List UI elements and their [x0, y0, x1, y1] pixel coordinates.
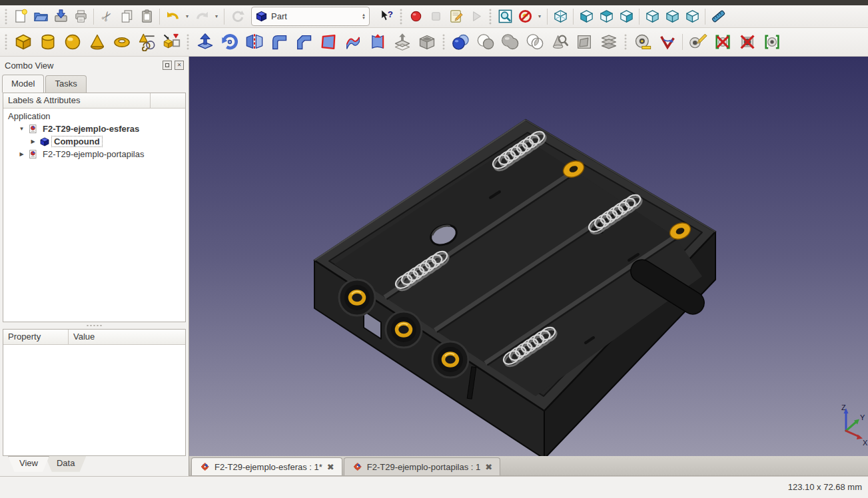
draw-style-button[interactable]	[515, 7, 535, 26]
toolbar-drag-handle[interactable]	[186, 33, 190, 51]
measure-refresh-icon	[689, 33, 707, 51]
tree-item-compound[interactable]: ▶Compound	[3, 135, 185, 148]
view-left-button[interactable]	[682, 7, 702, 26]
macro-play-button[interactable]	[466, 7, 486, 26]
measure-refresh-button[interactable]	[685, 29, 710, 55]
close-panel-icon[interactable]: ✕	[175, 61, 184, 70]
torus-button[interactable]	[109, 29, 134, 55]
close-tab-icon[interactable]: ✖	[327, 462, 334, 472]
macro-edit-button[interactable]	[446, 7, 466, 26]
compound-cube-icon	[39, 136, 50, 147]
boolean-button[interactable]	[448, 29, 473, 55]
refresh-button[interactable]	[227, 7, 247, 26]
ruled-surface-button[interactable]	[340, 29, 365, 55]
macro-stop-button[interactable]	[426, 7, 446, 26]
expander-collapsed-icon[interactable]: ▶	[17, 151, 26, 157]
defeaturing-button[interactable]	[572, 29, 596, 55]
tab-model[interactable]: Model	[2, 75, 44, 93]
toolbar-drag-handle[interactable]	[442, 33, 446, 51]
union-button[interactable]	[498, 29, 522, 55]
cut-boolean-button[interactable]	[473, 29, 498, 55]
cut-button[interactable]: ✂	[97, 7, 117, 26]
union-icon	[501, 33, 520, 51]
new-button[interactable]	[11, 7, 31, 26]
view-right-button[interactable]	[616, 7, 636, 26]
toolbar-drag-handle[interactable]	[624, 33, 628, 51]
panel-splitter[interactable]	[0, 322, 189, 329]
sphere-button[interactable]	[60, 29, 85, 55]
property-table-body[interactable]	[3, 345, 185, 455]
make-face-button[interactable]	[316, 29, 340, 55]
measure-toggle-3d-button[interactable]	[759, 29, 784, 55]
measure-clear-all-button[interactable]	[710, 29, 735, 55]
float-panel-icon[interactable]	[163, 61, 172, 70]
shape-builder-button[interactable]	[159, 29, 183, 55]
intersection-button[interactable]	[522, 29, 547, 55]
expander-expanded-icon[interactable]: ▼	[17, 126, 26, 132]
combo-spinner-icon[interactable]: ▲▼	[362, 13, 366, 20]
view-top-button[interactable]	[596, 7, 616, 26]
primitives-button[interactable]	[134, 29, 159, 55]
zoom-fit-icon	[498, 9, 513, 24]
redo-history-dropdown[interactable]: ▾	[212, 7, 221, 26]
combo-view-titlebar[interactable]: Combo View ✕	[0, 57, 189, 74]
cross-sections-button[interactable]	[596, 29, 621, 55]
copy-button[interactable]	[117, 7, 137, 26]
check-geometry-button[interactable]	[547, 29, 572, 55]
measure-toggle-all-button[interactable]	[735, 29, 759, 55]
tab-view[interactable]: View	[8, 456, 49, 473]
revolve-button[interactable]	[217, 29, 242, 55]
draw-style-menu-dropdown[interactable]: ▾	[535, 7, 544, 26]
toolbar-drag-handle[interactable]	[488, 8, 492, 25]
fillet-button[interactable]	[266, 29, 291, 55]
paste-button[interactable]	[137, 7, 157, 26]
tree-item-f2-t29-ejemplo-esferas[interactable]: ▼F2-T29-ejemplo-esferas	[3, 123, 185, 135]
chamfer-button[interactable]	[291, 29, 316, 55]
document-tab-label: F2-T29-ejemplo-esferas : 1*	[215, 462, 322, 472]
3d-view[interactable]: Z Y X	[189, 57, 868, 456]
property-table-header[interactable]: Property Value	[3, 330, 185, 345]
tab-data[interactable]: Data	[45, 456, 86, 473]
document-tab-0[interactable]: F2-T29-ejemplo-esferas : 1*✖	[191, 457, 342, 475]
tree-header[interactable]: Labels & Attributes	[3, 93, 185, 109]
toolbar-drag-handle[interactable]	[4, 33, 8, 51]
close-tab-icon[interactable]: ✖	[485, 462, 492, 472]
box-button[interactable]	[11, 29, 35, 55]
document-tab-1[interactable]: F2-T29-ejemplo-portapilas : 1✖	[344, 457, 500, 475]
tree-item-application[interactable]: Application	[3, 110, 185, 123]
undo-history-dropdown[interactable]: ▾	[183, 7, 192, 26]
loft-button[interactable]	[365, 29, 390, 55]
measure-angular-button[interactable]	[655, 29, 679, 55]
thickness-button[interactable]	[414, 29, 439, 55]
undo-button[interactable]	[163, 7, 183, 26]
workbench-selector[interactable]: Part▲▼	[251, 7, 370, 26]
measure-distance-button[interactable]	[708, 7, 728, 26]
open-button[interactable]	[31, 7, 51, 26]
3d-viewport[interactable]: Z Y X	[189, 57, 868, 456]
offset-button[interactable]	[390, 29, 414, 55]
macro-record-button[interactable]	[406, 7, 426, 26]
whats-this-button[interactable]: ?	[376, 7, 396, 26]
save-button[interactable]	[51, 7, 71, 26]
status-bar: 123.10 x 72.68 mm	[0, 476, 868, 497]
toolbar-drag-handle[interactable]	[399, 8, 403, 25]
view-bottom-button[interactable]	[662, 7, 682, 26]
fit-all-button[interactable]	[495, 7, 515, 26]
value-column-header: Value	[69, 330, 185, 344]
toolbar-drag-handle[interactable]	[4, 8, 8, 25]
tab-tasks[interactable]: Tasks	[45, 75, 86, 93]
redo-button[interactable]	[192, 7, 212, 26]
cone-button[interactable]	[85, 29, 109, 55]
view-front-button[interactable]	[576, 7, 596, 26]
mirror-button[interactable]	[242, 29, 266, 55]
cylinder-button[interactable]	[35, 29, 60, 55]
print-button[interactable]	[71, 7, 91, 26]
tree-item-label: F2-T29-ejemplo-portapilas	[41, 149, 146, 159]
expander-collapsed-icon[interactable]: ▶	[29, 138, 37, 144]
record-dot-icon	[408, 9, 424, 24]
view-rear-button[interactable]	[642, 7, 662, 26]
extrude-button[interactable]	[193, 29, 217, 55]
measure-linear-button[interactable]	[630, 29, 655, 55]
view-isometric-button[interactable]	[550, 7, 570, 26]
tree-item-f2-t29-ejemplo-portapilas[interactable]: ▶F2-T29-ejemplo-portapilas	[3, 148, 185, 160]
